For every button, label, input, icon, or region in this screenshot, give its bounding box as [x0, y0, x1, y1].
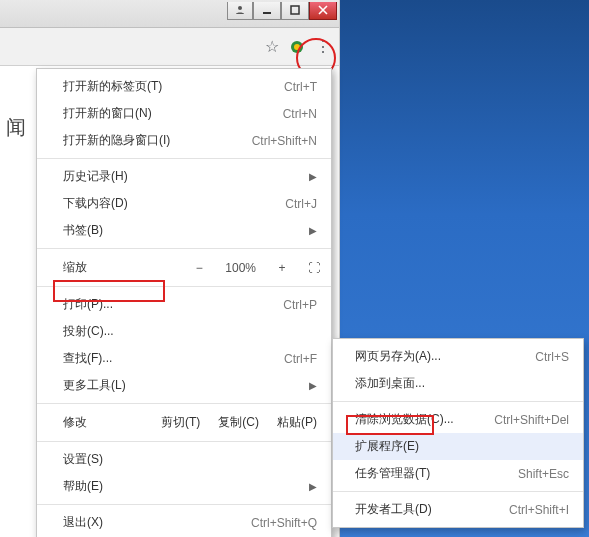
menu-label: 扩展程序(E)	[355, 438, 419, 455]
menu-label: 打开新的标签页(T)	[63, 78, 162, 95]
zoom-in-button[interactable]: +	[274, 261, 290, 275]
menu-bookmarks[interactable]: 书签(B) ▶	[37, 217, 331, 244]
menu-separator	[37, 504, 331, 505]
menu-separator	[37, 441, 331, 442]
menu-shortcut: Ctrl+Shift+I	[509, 503, 569, 517]
svg-point-0	[238, 6, 242, 10]
menu-label: 更多工具(L)	[63, 377, 126, 394]
menu-shortcut: Ctrl+Shift+N	[252, 134, 317, 148]
menu-downloads[interactable]: 下载内容(D) Ctrl+J	[37, 190, 331, 217]
edit-label: 修改	[63, 414, 87, 431]
submenu-add-desktop[interactable]: 添加到桌面...	[333, 370, 583, 397]
submenu-clear-data[interactable]: 清除浏览数据(C)... Ctrl+Shift+Del	[333, 406, 583, 433]
menu-shortcut: Ctrl+T	[284, 80, 317, 94]
menu-shortcut: Shift+Esc	[518, 467, 569, 481]
svg-point-4	[294, 44, 300, 50]
menu-more-tools[interactable]: 更多工具(L) ▶	[37, 372, 331, 399]
user-button[interactable]	[227, 2, 253, 20]
submenu-save-as[interactable]: 网页另存为(A)... Ctrl+S	[333, 343, 583, 370]
menu-shortcut: Ctrl+N	[283, 107, 317, 121]
zoom-label: 缩放	[63, 259, 87, 276]
chevron-right-icon: ▶	[303, 225, 317, 236]
svg-rect-2	[291, 6, 299, 14]
bookmark-star-icon[interactable]: ☆	[265, 37, 279, 56]
menu-label: 打开新的隐身窗口(I)	[63, 132, 170, 149]
menu-cast[interactable]: 投射(C)...	[37, 318, 331, 345]
menu-history[interactable]: 历史记录(H) ▶	[37, 163, 331, 190]
menu-zoom: 缩放 − 100% + ⛶	[37, 253, 331, 282]
chevron-right-icon: ▶	[303, 171, 317, 182]
submenu-extensions[interactable]: 扩展程序(E)	[333, 433, 583, 460]
minimize-icon	[262, 5, 272, 15]
menu-shortcut: Ctrl+F	[284, 352, 317, 366]
maximize-button[interactable]	[281, 2, 309, 20]
menu-label: 下载内容(D)	[63, 195, 128, 212]
edit-cut[interactable]: 剪切(T)	[161, 414, 200, 431]
menu-label: 查找(F)...	[63, 350, 112, 367]
menu-separator	[37, 286, 331, 287]
menu-label: 帮助(E)	[63, 478, 103, 495]
menu-shortcut: Ctrl+Shift+Q	[251, 516, 317, 530]
zoom-value: 100%	[225, 261, 256, 275]
menu-separator	[333, 491, 583, 492]
menu-help[interactable]: 帮助(E) ▶	[37, 473, 331, 500]
chevron-right-icon: ▶	[303, 481, 317, 492]
menu-edit: 修改 剪切(T) 复制(C) 粘贴(P)	[37, 408, 331, 437]
menu-label: 添加到桌面...	[355, 375, 425, 392]
chrome-menu-button[interactable]: ⋮	[315, 37, 331, 56]
menu-separator	[333, 401, 583, 402]
menu-settings[interactable]: 设置(S)	[37, 446, 331, 473]
extension-globe-icon[interactable]	[289, 39, 305, 55]
menu-exit[interactable]: 退出(X) Ctrl+Shift+Q	[37, 509, 331, 536]
menu-label: 打开新的窗口(N)	[63, 105, 152, 122]
toolbar: ☆ ⋮	[0, 28, 339, 66]
window-titlebar	[0, 0, 339, 28]
submenu-dev-tools[interactable]: 开发者工具(D) Ctrl+Shift+I	[333, 496, 583, 523]
menu-shortcut: Ctrl+Shift+Del	[494, 413, 569, 427]
svg-rect-1	[263, 12, 271, 14]
menu-shortcut: Ctrl+P	[283, 298, 317, 312]
menu-label: 开发者工具(D)	[355, 501, 432, 518]
zoom-out-button[interactable]: −	[191, 261, 207, 275]
menu-separator	[37, 248, 331, 249]
menu-shortcut: Ctrl+J	[285, 197, 317, 211]
menu-separator	[37, 403, 331, 404]
close-icon	[318, 5, 328, 15]
menu-print[interactable]: 打印(P)... Ctrl+P	[37, 291, 331, 318]
menu-new-window[interactable]: 打开新的窗口(N) Ctrl+N	[37, 100, 331, 127]
fullscreen-icon[interactable]: ⛶	[308, 261, 321, 275]
more-tools-submenu: 网页另存为(A)... Ctrl+S 添加到桌面... 清除浏览数据(C)...…	[332, 338, 584, 528]
menu-new-tab[interactable]: 打开新的标签页(T) Ctrl+T	[37, 73, 331, 100]
edit-copy[interactable]: 复制(C)	[218, 414, 259, 431]
minimize-button[interactable]	[253, 2, 281, 20]
edit-paste[interactable]: 粘贴(P)	[277, 414, 317, 431]
submenu-task-manager[interactable]: 任务管理器(T) Shift+Esc	[333, 460, 583, 487]
menu-label: 历史记录(H)	[63, 168, 128, 185]
menu-label: 书签(B)	[63, 222, 103, 239]
menu-label: 网页另存为(A)...	[355, 348, 441, 365]
menu-find[interactable]: 查找(F)... Ctrl+F	[37, 345, 331, 372]
user-icon	[234, 4, 246, 16]
close-button[interactable]	[309, 2, 337, 20]
menu-label: 设置(S)	[63, 451, 103, 468]
menu-separator	[37, 158, 331, 159]
menu-label: 投射(C)...	[63, 323, 114, 340]
menu-shortcut: Ctrl+S	[535, 350, 569, 364]
menu-label: 打印(P)...	[63, 296, 113, 313]
menu-label: 清除浏览数据(C)...	[355, 411, 454, 428]
menu-label: 退出(X)	[63, 514, 103, 531]
menu-incognito[interactable]: 打开新的隐身窗口(I) Ctrl+Shift+N	[37, 127, 331, 154]
window-controls	[227, 2, 337, 22]
maximize-icon	[290, 5, 300, 15]
chevron-right-icon: ▶	[303, 380, 317, 391]
chrome-main-menu: 打开新的标签页(T) Ctrl+T 打开新的窗口(N) Ctrl+N 打开新的隐…	[36, 68, 332, 537]
menu-label: 任务管理器(T)	[355, 465, 430, 482]
